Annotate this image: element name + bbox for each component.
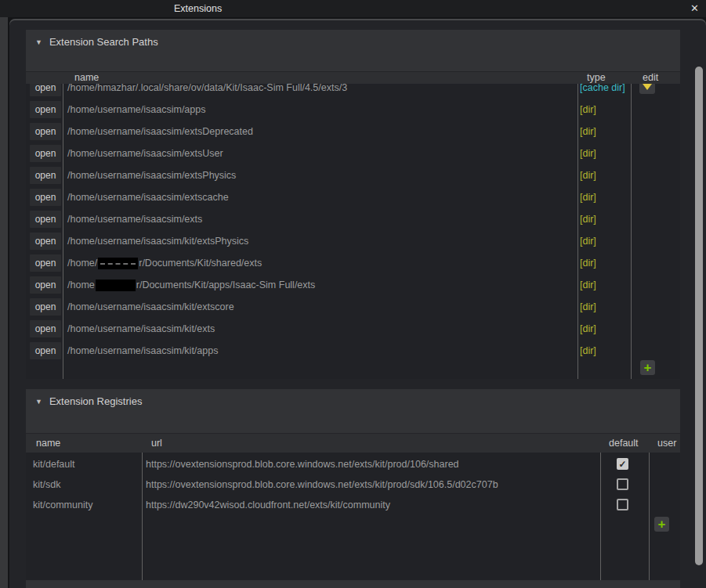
- default-checkbox[interactable]: ✓: [617, 458, 628, 470]
- registry-name: kit/community: [33, 495, 92, 515]
- search-path-row: open/home/username/isaacsim/extscache[di…: [26, 186, 680, 208]
- search-paths-section-header[interactable]: ▼ Extension Search Paths: [35, 35, 158, 49]
- column-header-user: user: [657, 434, 676, 453]
- search-path-text: /homer/Documents/Kit/apps/Isaac-Sim Full…: [67, 274, 315, 296]
- search-path-text: /home/hmazhar/.local/share/ov/data/Kit/I…: [67, 84, 347, 99]
- search-path-text: /home/username/isaacsim/kit/apps: [67, 340, 218, 362]
- registries-table: kit/defaulthttps://ovextensionsprod.blob…: [26, 453, 680, 580]
- search-path-row: open/home/username/isaacsim/kit/extscore…: [26, 296, 680, 318]
- search-path-row: open/home/username/isaacsim/extsUser[dir…: [26, 142, 680, 164]
- extensions-window: Extensions ✕ ▼ Extension Search Paths na…: [0, 0, 706, 588]
- open-folder-button[interactable]: open: [30, 189, 61, 206]
- path-type-label: [dir]: [580, 252, 596, 274]
- search-path-row: open/home/hmazhar/.local/share/ov/data/K…: [26, 84, 680, 99]
- search-path-row: open/home/username/isaacsim/kit/exts[dir…: [26, 318, 680, 340]
- registry-name: kit/sdk: [33, 474, 60, 495]
- path-type-label: [cache dir]: [580, 84, 625, 99]
- search-path-row: open/home/r/Documents/Kit/shared/exts[di…: [26, 252, 680, 274]
- add-registry-button[interactable]: +: [654, 517, 669, 532]
- open-folder-button[interactable]: open: [30, 342, 61, 359]
- search-path-text: /home/username/isaacsim/kit/exts: [67, 318, 215, 340]
- redacted-username: [98, 258, 138, 269]
- edit-glyph-icon: [643, 84, 652, 90]
- section-title: Extension Search Paths: [49, 36, 158, 48]
- collapse-triangle-icon: ▼: [35, 398, 42, 406]
- path-type-label: [dir]: [580, 99, 596, 121]
- search-path-text: /home/username/isaacsim/extscache: [67, 186, 229, 208]
- open-folder-button[interactable]: open: [30, 84, 61, 96]
- registry-row: kit/sdkhttps://ovextensionsprod.blob.cor…: [26, 474, 680, 495]
- search-paths-table: open/home/hmazhar/.local/share/ov/data/K…: [26, 84, 680, 379]
- section-title: Extension Registries: [49, 395, 143, 407]
- open-folder-button[interactable]: open: [30, 167, 61, 184]
- search-path-row: open/home/username/isaacsim/apps[dir]: [26, 99, 680, 121]
- registry-name: kit/default: [33, 454, 75, 474]
- search-path-row: open/home/username/isaacsim/kit/apps[dir…: [26, 340, 680, 362]
- collapse-triangle-icon: ▼: [35, 38, 42, 46]
- open-folder-button[interactable]: open: [30, 254, 61, 272]
- path-type-label: [dir]: [580, 230, 596, 252]
- search-paths-panel: ▼ Extension Search Paths name type edit …: [26, 30, 680, 379]
- open-folder-button[interactable]: open: [30, 145, 61, 162]
- registries-column-headers: name url default user: [26, 433, 680, 453]
- open-folder-button[interactable]: open: [30, 320, 61, 337]
- open-folder-button[interactable]: open: [30, 101, 61, 118]
- search-path-text: /home/username/isaacsim/exts: [67, 208, 202, 230]
- path-type-label: [dir]: [580, 296, 596, 318]
- column-header-name: name: [36, 434, 60, 453]
- window-title: Extensions: [174, 3, 222, 14]
- column-header-url: url: [151, 434, 162, 453]
- open-folder-button[interactable]: open: [30, 276, 61, 294]
- search-path-row: open/home/username/isaacsim/kit/extsPhys…: [26, 230, 680, 252]
- registry-url: https://dw290v42wisod.cloudfront.net/ext…: [146, 495, 390, 515]
- search-path-text: /home/r/Documents/Kit/shared/exts: [67, 252, 262, 274]
- path-type-label: [dir]: [580, 121, 596, 142]
- path-type-label: [dir]: [580, 164, 596, 186]
- search-path-row: open/homer/Documents/Kit/apps/Isaac-Sim …: [26, 274, 680, 296]
- vertical-scrollbar[interactable]: [695, 67, 703, 565]
- registry-url: https://ovextensionsprod.blob.core.windo…: [146, 474, 498, 495]
- add-search-path-button[interactable]: +: [640, 360, 655, 375]
- path-type-label: [dir]: [580, 274, 596, 296]
- close-icon[interactable]: ✕: [690, 2, 699, 14]
- registries-rows: kit/defaulthttps://ovextensionsprod.blob…: [26, 454, 680, 515]
- column-header-default: default: [609, 434, 639, 453]
- path-type-label: [dir]: [580, 318, 596, 340]
- search-path-row: open/home/username/isaacsim/extsPhysics[…: [26, 164, 680, 186]
- search-path-row: open/home/username/isaacsim/exts[dir]: [26, 208, 680, 230]
- default-checkbox[interactable]: [617, 478, 628, 490]
- open-folder-button[interactable]: open: [30, 211, 61, 228]
- search-path-text: /home/username/isaacsim/extsDeprecated: [67, 121, 253, 142]
- search-path-text: /home/username/isaacsim/extsUser: [67, 142, 223, 164]
- open-folder-button[interactable]: open: [30, 298, 61, 316]
- open-folder-button[interactable]: open: [30, 123, 61, 140]
- edit-icon[interactable]: [639, 84, 655, 94]
- registry-row: kit/defaulthttps://ovextensionsprod.blob…: [26, 454, 680, 474]
- search-path-text: /home/username/isaacsim/extsPhysics: [67, 164, 236, 186]
- path-type-label: [dir]: [580, 208, 596, 230]
- search-path-row: open/home/username/isaacsim/extsDeprecat…: [26, 121, 680, 142]
- open-folder-button[interactable]: open: [30, 233, 61, 250]
- path-type-label: [dir]: [580, 142, 596, 164]
- search-paths-rows: open/home/hmazhar/.local/share/ov/data/K…: [26, 84, 680, 362]
- search-paths-column-headers: name type edit: [26, 71, 680, 84]
- column-header-type: type: [587, 72, 606, 84]
- registry-url: https://ovextensionsprod.blob.core.windo…: [146, 454, 459, 474]
- column-header-name: name: [74, 72, 99, 84]
- search-path-text: /home/username/isaacsim/kit/extsPhysics: [67, 230, 248, 252]
- registries-section-header[interactable]: ▼ Extension Registries: [35, 395, 142, 408]
- path-type-label: [dir]: [580, 340, 596, 362]
- registries-panel: ▼ Extension Registries name url default …: [26, 389, 680, 588]
- search-path-text: /home/username/isaacsim/apps: [67, 99, 205, 121]
- default-checkbox[interactable]: [617, 499, 628, 510]
- path-type-label: [dir]: [580, 186, 596, 208]
- registry-row: kit/communityhttps://dw290v42wisod.cloud…: [26, 495, 680, 515]
- background-strip: [0, 17, 8, 588]
- redacted-username: [96, 280, 136, 291]
- column-header-edit: edit: [643, 72, 658, 84]
- title-bar: Extensions ✕: [0, 0, 706, 17]
- search-path-text: /home/username/isaacsim/kit/extscore: [67, 296, 234, 318]
